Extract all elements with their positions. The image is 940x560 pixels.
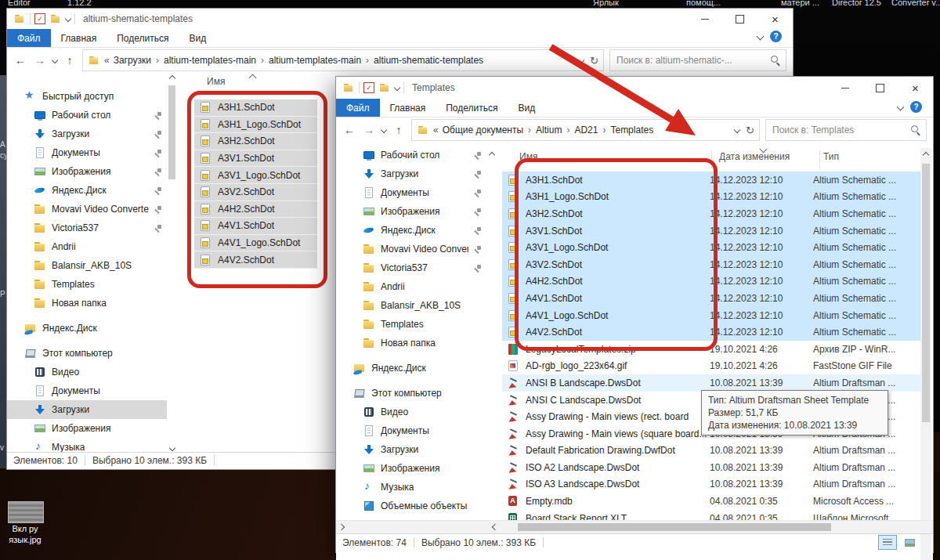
sidebar-item[interactable]: Этот компьютер — [336, 384, 486, 403]
sort-ascending-icon[interactable] — [249, 74, 257, 82]
sidebar-item[interactable]: Новая папка — [7, 294, 167, 313]
quick-access-toolbar[interactable]: ✓ — [342, 81, 404, 94]
ribbon-tab[interactable]: Файл — [7, 29, 51, 47]
file-row[interactable]: A4V1.SchDot 14.12.2023 12:10 Altium Sche… — [502, 290, 922, 307]
sidebar-item[interactable]: Объемные объекты — [336, 497, 486, 515]
sidebar-item[interactable]: Музыка — [336, 478, 486, 497]
breadcrumb-item[interactable]: altium-templates-main — [164, 55, 256, 66]
address-dropdown-icon[interactable] — [734, 127, 740, 133]
new-folder-icon[interactable] — [379, 82, 390, 93]
search-input[interactable] — [615, 54, 770, 67]
breadcrumb-item[interactable]: AD21 — [574, 125, 598, 135]
scrollbar-thumb[interactable] — [518, 523, 831, 531]
desktop-icon-label[interactable]: Ярлык — [593, 0, 619, 7]
titlebar[interactable]: ✓ altium-shematic-templates × — [7, 9, 793, 29]
properties-check-icon[interactable]: ✓ — [34, 13, 45, 24]
address-dropdown-icon[interactable] — [578, 57, 584, 63]
recent-locations-icon[interactable] — [52, 57, 58, 63]
quick-access-toolbar[interactable]: ✓ — [13, 13, 75, 25]
sidebar-item[interactable]: Templates — [7, 275, 167, 294]
file-row[interactable]: AD-rgb_logo_223x64.gif 19.10.2021 4:26 F… — [502, 358, 922, 375]
sidebar-item[interactable]: Музыка — [7, 438, 167, 453]
sidebar-item[interactable]: Документы — [336, 183, 486, 202]
explorer-window-templates[interactable]: ✓ Templates × ФайлГлавнаяПоделитьсяВид ?… — [335, 76, 934, 553]
breadcrumb-item[interactable]: Загрузки — [114, 55, 151, 66]
sidebar-item[interactable]: Изображения — [7, 419, 167, 438]
file-row[interactable]: A3V1.SchDot 14.12.2023 12:10 Altium Sche… — [502, 222, 922, 240]
maximize-button[interactable] — [862, 77, 898, 99]
expand-ribbon-icon[interactable] — [757, 33, 765, 41]
file-row[interactable]: A4H2.SchDot 14.12.2023 12:10 Altium Sche… — [502, 273, 922, 291]
file-row[interactable]: ISO A2 Landscape.DwsDot 10.08.2021 13:39… — [502, 459, 922, 476]
sidebar-item[interactable]: Яндекс.Диск — [7, 181, 167, 200]
file-row[interactable]: A3H1_Logo.SchDot 14.12.2023 12:10 Altium… — [502, 189, 922, 206]
file-row[interactable]: A3V1_Logo.SchDot 14.12.2023 12:10 Altium… — [502, 239, 922, 256]
scroll-up-icon[interactable] — [486, 150, 497, 161]
sidebar-item[interactable]: Загрузки — [7, 125, 167, 143]
breadcrumb-item[interactable]: Общие документы — [443, 125, 523, 135]
column-header-date[interactable]: Дата изменения — [719, 151, 790, 162]
sidebar-item[interactable]: Movavi Video Converter v — [7, 200, 167, 219]
sidebar-item[interactable]: Документы — [7, 381, 167, 400]
desktop-file-label[interactable]: Вкл ру язык.jpg — [0, 523, 50, 545]
sidebar-item[interactable]: Victoria537 — [336, 258, 486, 277]
minimize-button[interactable] — [827, 77, 862, 99]
search-box[interactable] — [609, 49, 786, 71]
sidebar-item[interactable]: Balansir_AKB_10S — [7, 256, 167, 275]
help-icon[interactable]: ? — [770, 31, 782, 42]
search-icon[interactable] — [910, 125, 921, 135]
search-icon[interactable] — [770, 55, 781, 66]
sidebar-scrollbar[interactable] — [167, 73, 178, 453]
sidebar-item[interactable]: Изображения — [7, 162, 167, 181]
breadcrumb-item[interactable]: altium-templates-main — [269, 55, 361, 66]
close-button[interactable]: × — [757, 9, 793, 29]
sidebar-item[interactable]: Andrii — [7, 237, 167, 256]
ribbon-tab[interactable]: Главная — [51, 29, 107, 47]
column-header-name[interactable]: Имя — [519, 151, 537, 162]
sidebar-item[interactable]: Victoria537 — [7, 219, 167, 237]
ribbon-tab[interactable]: Главная — [380, 99, 436, 117]
file-row[interactable]: ISO A3 Landscape.DwsDot 10.08.2021 13:39… — [502, 476, 922, 493]
titlebar[interactable]: ✓ Templates × — [336, 77, 933, 99]
file-row[interactable]: A3H1.SchDot — [194, 99, 317, 117]
sidebar-item[interactable]: Рабочий стол — [7, 106, 167, 125]
file-row[interactable]: A3V1_Logo.SchDot — [194, 167, 317, 184]
sidebar-item[interactable]: Movavi Video Converter v — [336, 240, 486, 258]
details-view-button[interactable] — [878, 535, 897, 550]
back-icon[interactable]: ← — [13, 54, 27, 67]
file-row[interactable]: A3H2.SchDot 14.12.2023 12:10 Altium Sche… — [502, 205, 922, 222]
scroll-up-icon[interactable] — [167, 73, 178, 84]
file-row[interactable]: A3V1.SchDot — [194, 150, 317, 168]
breadcrumb-item[interactable]: Altium — [536, 125, 562, 135]
file-row[interactable]: Empty.mdb 04.08.2021 0:35 Microsoft Acce… — [502, 493, 922, 510]
file-row[interactable]: ANSI B Landscape.DwsDot 10.08.2021 13:39… — [502, 374, 922, 392]
sidebar-item[interactable]: Изображения — [336, 459, 486, 478]
horizontal-scrollbar[interactable] — [336, 520, 933, 533]
address-bar[interactable]: « Загрузки›altium-templates-main›altium-… — [82, 49, 604, 71]
sidebar-item[interactable]: Этот компьютер — [7, 344, 167, 363]
ribbon-tab[interactable]: Вид — [179, 29, 216, 47]
file-row[interactable]: A4H2.SchDot — [194, 201, 317, 219]
file-row[interactable]: A4V2.SchDot 14.12.2023 12:10 Altium Sche… — [502, 323, 922, 341]
desktop-icon-label[interactable]: 1.12.2 — [67, 0, 92, 7]
sidebar-item[interactable]: Загрузки — [336, 440, 486, 459]
sidebar-item[interactable]: Документы — [336, 421, 486, 440]
file-row[interactable]: A4V1_Logo.SchDot 14.12.2023 12:10 Altium… — [502, 307, 922, 324]
scrollbar-thumb[interactable] — [922, 164, 930, 422]
desktop-file-thumbnail[interactable] — [8, 501, 44, 523]
sidebar-item[interactable]: Templates — [336, 315, 486, 334]
qat-customize-icon[interactable] — [394, 85, 400, 91]
sidebar-item[interactable]: Загрузки — [336, 164, 486, 183]
up-icon[interactable]: ↑ — [63, 54, 77, 67]
sidebar-item[interactable]: Яндекс.Диск — [336, 221, 486, 240]
minimize-button[interactable] — [687, 9, 722, 29]
recent-locations-icon[interactable] — [381, 127, 387, 133]
list-scrollbar[interactable] — [920, 148, 931, 560]
file-row[interactable]: A3V2.SchDot 14.12.2023 12:10 Altium Sche… — [502, 256, 922, 273]
sidebar-item[interactable]: Рабочий стол — [336, 148, 486, 164]
ribbon-tab[interactable]: Поделиться — [107, 29, 179, 47]
file-row[interactable]: A4V2.SchDot — [194, 251, 317, 269]
desktop-icon-label[interactable]: помощ... — [686, 0, 721, 7]
file-row[interactable]: A3H1_Logo.SchDot — [194, 117, 317, 134]
close-button[interactable]: × — [898, 77, 933, 99]
